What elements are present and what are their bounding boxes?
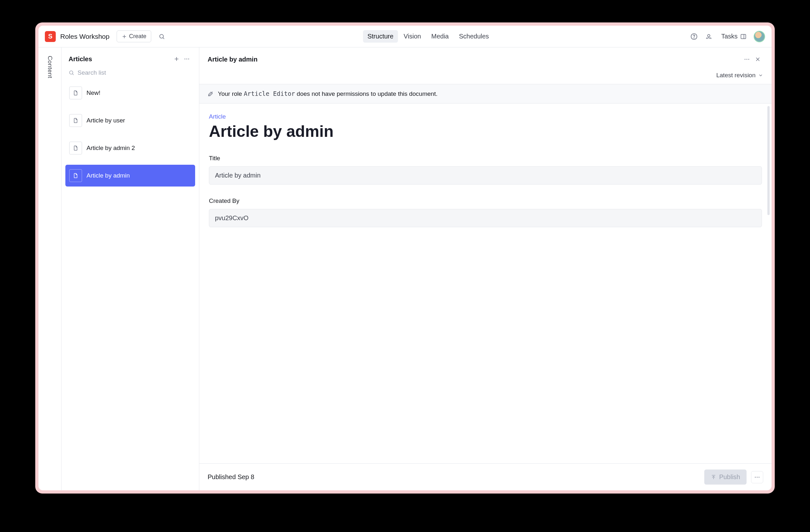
list-more-button[interactable] xyxy=(182,54,192,64)
search-icon xyxy=(159,33,165,40)
nav-tab-media[interactable]: Media xyxy=(427,30,453,43)
document-icon xyxy=(69,169,82,182)
nav-tabs: Structure Vision Media Schedules xyxy=(173,30,684,43)
document-icon xyxy=(69,86,82,99)
schema-type-label: Article xyxy=(209,113,762,120)
list-item-label: New! xyxy=(86,90,100,96)
rail-label-content[interactable]: Content xyxy=(47,56,53,490)
users-icon xyxy=(705,33,712,40)
revision-select[interactable]: Latest revision xyxy=(716,72,763,79)
publish-button[interactable]: Publish xyxy=(704,469,747,485)
no-edit-icon xyxy=(208,91,213,97)
permission-banner-text: Your role Article Editor does not have p… xyxy=(218,90,437,97)
close-icon xyxy=(755,56,761,63)
user-avatar[interactable] xyxy=(754,31,765,42)
svg-point-2 xyxy=(160,34,163,38)
app-logo[interactable]: S xyxy=(45,31,56,42)
document-list-panel: Articles xyxy=(62,47,199,490)
svg-line-3 xyxy=(163,37,164,39)
field-input-createdby[interactable]: pvu29CxvO xyxy=(209,209,762,227)
nav-tab-structure[interactable]: Structure xyxy=(363,30,398,43)
help-button[interactable] xyxy=(688,31,699,42)
svg-point-5 xyxy=(694,37,694,38)
list-item[interactable]: New! xyxy=(65,82,195,104)
svg-point-17 xyxy=(747,59,747,60)
svg-rect-7 xyxy=(741,34,746,38)
svg-point-11 xyxy=(184,59,185,60)
app-window: S Roles Workshop Create Structure Vision… xyxy=(38,26,772,490)
workspace-name: Roles Workshop xyxy=(60,33,110,41)
help-icon xyxy=(691,33,698,40)
panel-icon xyxy=(740,33,747,40)
svg-point-16 xyxy=(745,59,746,60)
publish-more-button[interactable] xyxy=(751,471,763,483)
nav-tab-schedules[interactable]: Schedules xyxy=(454,30,493,43)
publish-status: Published Sep 8 xyxy=(208,473,700,481)
ellipsis-icon xyxy=(744,56,750,63)
list-item[interactable]: Article by admin 2 xyxy=(65,137,195,159)
document-title: Article by admin xyxy=(209,122,762,141)
document-panel: Article by admin Latest revision xyxy=(199,47,772,490)
svg-point-26 xyxy=(759,477,760,478)
publish-icon xyxy=(711,474,716,480)
svg-point-13 xyxy=(189,59,189,60)
document-close-button[interactable] xyxy=(752,54,763,65)
svg-point-25 xyxy=(757,477,758,478)
topbar: S Roles Workshop Create Structure Vision… xyxy=(38,26,772,47)
list-search[interactable] xyxy=(62,66,199,81)
list-add-button[interactable] xyxy=(172,54,182,64)
document-more-button[interactable] xyxy=(742,54,752,65)
field-input-title[interactable]: Article by admin xyxy=(209,166,762,184)
svg-point-12 xyxy=(187,59,188,60)
document-icon xyxy=(69,142,82,155)
plus-icon xyxy=(122,34,127,39)
svg-point-6 xyxy=(708,34,710,36)
document-icon xyxy=(69,114,82,127)
presence-button[interactable] xyxy=(703,31,714,42)
create-button[interactable]: Create xyxy=(117,30,151,42)
global-search-button[interactable] xyxy=(156,30,168,43)
document-pane-title: Article by admin xyxy=(208,56,742,63)
list-item-label: Article by admin xyxy=(86,172,130,179)
list-item[interactable]: Article by user xyxy=(65,110,195,131)
list-item-label: Article by admin 2 xyxy=(86,145,135,151)
search-icon xyxy=(68,70,74,76)
svg-point-18 xyxy=(748,59,749,60)
list-item-label: Article by user xyxy=(86,117,125,124)
list-search-input[interactable] xyxy=(78,69,192,76)
plus-icon xyxy=(173,56,180,62)
svg-point-14 xyxy=(69,71,73,74)
left-rail: Content xyxy=(38,47,62,490)
field-label-title: Title xyxy=(209,155,762,162)
ellipsis-icon xyxy=(754,474,760,480)
list-title: Articles xyxy=(68,55,172,63)
list-item[interactable]: Article by admin xyxy=(65,165,195,187)
nav-tab-vision[interactable]: Vision xyxy=(399,30,425,43)
ellipsis-icon xyxy=(183,56,190,62)
tasks-button[interactable]: Tasks xyxy=(718,31,750,42)
svg-line-15 xyxy=(72,74,74,75)
field-label-createdby: Created By xyxy=(209,197,762,205)
permission-banner: Your role Article Editor does not have p… xyxy=(199,84,772,103)
svg-point-24 xyxy=(755,477,756,478)
chevron-down-icon xyxy=(758,73,763,78)
